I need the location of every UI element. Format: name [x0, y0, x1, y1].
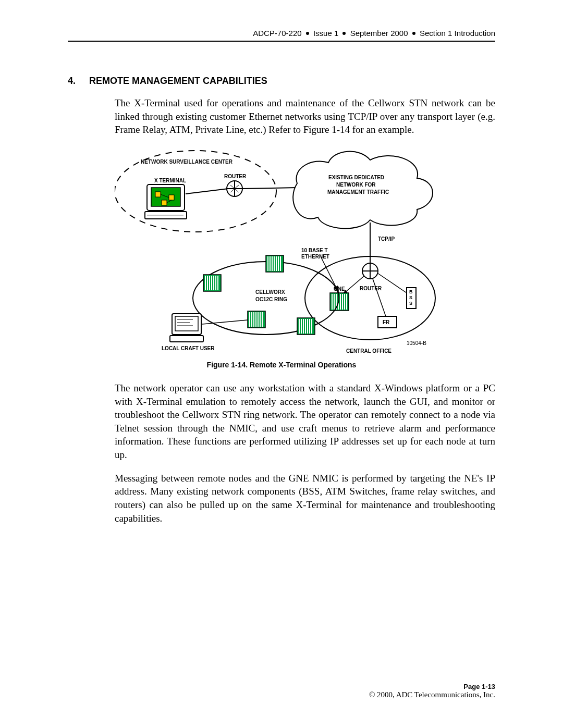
- header-section: Section 1 Introduction: [420, 29, 495, 38]
- header-issue: Issue 1: [313, 29, 338, 38]
- label-existing-2: NETWORK FOR: [336, 182, 376, 188]
- label-img-id: 10504-B: [407, 340, 426, 346]
- label-bss-s1: S: [409, 295, 412, 300]
- local-craft-icon: [170, 314, 203, 342]
- figure-caption: Figure 1-14. Remote X-Terminal Operation…: [115, 361, 448, 369]
- section-title: REMOTE MANAGEMENT CAPABILITIES: [89, 76, 267, 86]
- network-diagram-svg: NETWORK SURVEILLANCE CENTER X TERMINAL: [115, 147, 448, 355]
- svg-rect-3: [169, 195, 174, 200]
- gne-node: [330, 293, 349, 311]
- label-central-office: CENTRAL OFFICE: [346, 348, 391, 354]
- label-cellworx-1: CELLWORX: [255, 289, 285, 295]
- bullet-icon: [412, 32, 415, 35]
- svg-rect-2: [155, 192, 161, 197]
- label-router2: ROUTER: [360, 286, 382, 291]
- bullet-icon: [306, 32, 309, 35]
- paragraph-3: Messaging between remote nodes and the G…: [115, 472, 495, 525]
- svg-rect-59: [175, 316, 198, 331]
- paragraph-2: The network operator can use any worksta…: [115, 381, 495, 462]
- page-footer: Page 1-13 © 2000, ADC Telecommunications…: [369, 683, 495, 699]
- svg-rect-63: [170, 336, 203, 342]
- label-router1: ROUTER: [224, 174, 247, 179]
- label-xterminal: X TERMINAL: [154, 178, 186, 183]
- link-xterm-router: [186, 189, 228, 194]
- bullet-icon: [342, 32, 346, 35]
- header-date: September 2000: [350, 29, 408, 38]
- svg-line-16: [373, 279, 386, 316]
- link-router-cloud: [242, 188, 297, 189]
- label-bss-b: B: [409, 289, 413, 294]
- svg-rect-17: [330, 293, 349, 311]
- label-10baset-1: 10 BASE T: [301, 248, 328, 253]
- label-10baset-2: ETHERNET: [301, 254, 329, 260]
- paragraph-1: The X-Terminal used for operations and m…: [115, 96, 495, 137]
- page-header: ADCP-70-220 Issue 1 September 2000 Secti…: [68, 29, 495, 42]
- section-heading: 4. REMOTE MANAGEMENT CAPABILITIES: [68, 76, 495, 87]
- header-docid: ADCP-70-220: [253, 29, 301, 38]
- section-number: 4.: [68, 76, 87, 87]
- label-fr: FR: [383, 319, 390, 325]
- svg-rect-4: [162, 200, 167, 205]
- figure-diagram: NETWORK SURVEILLANCE CENTER X TERMINAL: [115, 147, 448, 355]
- copyright: © 2000, ADC Telecommunications, Inc.: [369, 690, 495, 699]
- page-number: Page 1-13: [369, 683, 495, 690]
- svg-line-15: [377, 273, 407, 293]
- document-page: ADCP-70-220 Issue 1 September 2000 Secti…: [0, 0, 563, 728]
- label-tcpip: TCP/IP: [378, 236, 395, 242]
- label-existing-3: MANAGEMENT TRAFFIC: [327, 189, 389, 195]
- label-existing-1: EXISTING DEDICATED: [328, 175, 384, 180]
- label-cellworx-2: OC12C RING: [255, 297, 287, 302]
- label-nsc: NETWORK SURVEILLANCE CENTER: [141, 159, 233, 165]
- x-terminal-icon: [145, 184, 187, 219]
- label-bss-s2: S: [409, 301, 412, 306]
- label-local-craft: LOCAL CRAFT USER: [162, 346, 215, 351]
